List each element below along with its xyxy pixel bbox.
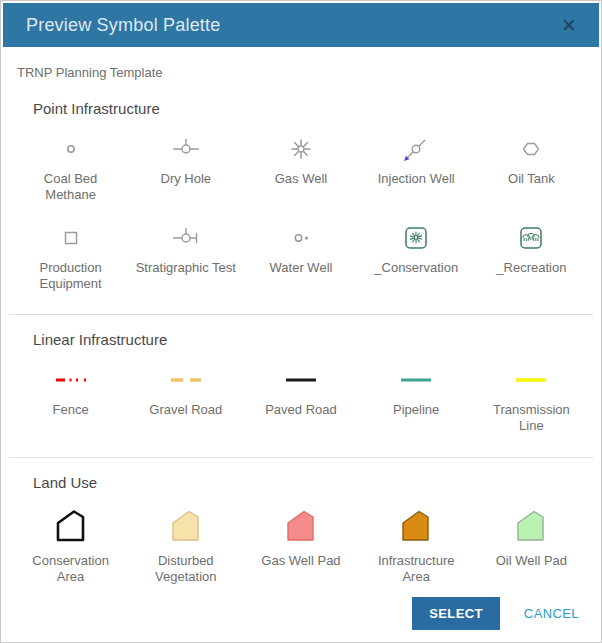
symbol-sections: Point InfrastructureCoal Bed MethaneDry … xyxy=(1,84,601,585)
symbol-label: Stratigraphic Test xyxy=(136,260,236,276)
symbol-label: Gravel Road xyxy=(149,402,222,418)
symbol-label: Conservation Area xyxy=(19,553,123,586)
symbol-label: Infrastructure Area xyxy=(364,553,468,586)
paved-road-line-icon xyxy=(278,362,324,398)
section-divider xyxy=(9,457,593,458)
symbol-item-gas-well-pad: Gas Well Pad xyxy=(245,505,356,586)
symbol-label: _Conservation xyxy=(374,260,458,276)
symbol-item-stratigraphic-test: Stratigraphic Test xyxy=(130,220,241,293)
symbol-label: Transmission Line xyxy=(479,402,583,435)
symbol-item-conservation: _Conservation xyxy=(361,220,472,293)
symbol-label: Gas Well xyxy=(275,171,328,187)
gravel-road-line-icon xyxy=(163,362,209,398)
injection-well-icon xyxy=(399,131,433,167)
gas-well-pad-polygon-icon xyxy=(279,505,323,549)
transmission-line-icon xyxy=(508,362,554,398)
symbol-item-pipeline: Pipeline xyxy=(361,362,472,435)
symbol-label: Paved Road xyxy=(265,402,337,418)
symbol-label: Pipeline xyxy=(393,402,439,418)
symbol-item-recreation: _Recreation xyxy=(476,220,587,293)
fence-line-icon xyxy=(48,362,94,398)
conservation-point-icon xyxy=(399,220,433,256)
symbol-label: Water Well xyxy=(270,260,333,276)
coal-bed-methane-icon xyxy=(54,131,88,167)
close-icon[interactable]: ✕ xyxy=(555,12,583,39)
dialog-footer: SELECT CANCEL xyxy=(1,585,601,643)
symbol-item-infrastructure-area: Infrastructure Area xyxy=(361,505,472,586)
symbol-label: Disturbed Vegetation xyxy=(134,553,238,586)
symbol-label: Dry Hole xyxy=(161,171,212,187)
symbol-grid: Conservation AreaDisturbed VegetationGas… xyxy=(15,505,587,586)
preview-symbol-palette-dialog: Preview Symbol Palette ✕ TRNP Planning T… xyxy=(0,0,602,643)
disturbed-vegetation-polygon-icon xyxy=(164,505,208,549)
section-heading-point-infrastructure: Point Infrastructure xyxy=(33,100,585,117)
symbol-item-water-well: Water Well xyxy=(245,220,356,293)
symbol-label: Coal Bed Methane xyxy=(19,171,123,204)
symbol-item-gravel-road: Gravel Road xyxy=(130,362,241,435)
symbol-item-coal-bed-methane: Coal Bed Methane xyxy=(15,131,126,204)
select-button[interactable]: SELECT xyxy=(412,597,500,630)
dry-hole-icon xyxy=(169,131,203,167)
symbol-item-production-equipment: Production Equipment xyxy=(15,220,126,293)
oil-tank-icon xyxy=(514,131,548,167)
symbol-item-transmission-line: Transmission Line xyxy=(476,362,587,435)
recreation-point-icon xyxy=(514,220,548,256)
symbol-label: Injection Well xyxy=(378,171,455,187)
symbol-label: Production Equipment xyxy=(19,260,123,293)
symbol-item-oil-tank: Oil Tank xyxy=(476,131,587,204)
section-heading-land-use: Land Use xyxy=(33,474,585,491)
template-name: TRNP Planning Template xyxy=(17,65,585,80)
pipeline-line-icon xyxy=(393,362,439,398)
oil-well-pad-polygon-icon xyxy=(509,505,553,549)
symbol-label: Gas Well Pad xyxy=(261,553,340,569)
section-heading-linear-infrastructure: Linear Infrastructure xyxy=(33,331,585,348)
symbol-item-conservation-area: Conservation Area xyxy=(15,505,126,586)
production-equipment-icon xyxy=(54,220,88,256)
symbol-item-disturbed-vegetation: Disturbed Vegetation xyxy=(130,505,241,586)
water-well-icon xyxy=(284,220,318,256)
symbol-item-paved-road: Paved Road xyxy=(245,362,356,435)
symbol-item-injection-well: Injection Well xyxy=(361,131,472,204)
symbol-grid: FenceGravel RoadPaved RoadPipelineTransm… xyxy=(15,362,587,435)
symbol-item-gas-well: Gas Well xyxy=(245,131,356,204)
cancel-button[interactable]: CANCEL xyxy=(524,606,579,621)
symbol-item-fence: Fence xyxy=(15,362,126,435)
symbol-label: Oil Tank xyxy=(508,171,555,187)
stratigraphic-test-icon xyxy=(169,220,203,256)
gas-well-icon xyxy=(284,131,318,167)
symbol-grid: Coal Bed MethaneDry HoleGas WellInjectio… xyxy=(15,131,587,292)
dialog-header: Preview Symbol Palette ✕ xyxy=(3,3,599,47)
symbol-label: _Recreation xyxy=(496,260,566,276)
symbol-item-oil-well-pad: Oil Well Pad xyxy=(476,505,587,586)
infrastructure-area-polygon-icon xyxy=(394,505,438,549)
symbol-item-dry-hole: Dry Hole xyxy=(130,131,241,204)
conservation-area-polygon-icon xyxy=(49,505,93,549)
symbol-label: Oil Well Pad xyxy=(496,553,567,569)
section-divider xyxy=(9,314,593,315)
dialog-title: Preview Symbol Palette xyxy=(26,15,555,36)
symbol-label: Fence xyxy=(53,402,89,418)
